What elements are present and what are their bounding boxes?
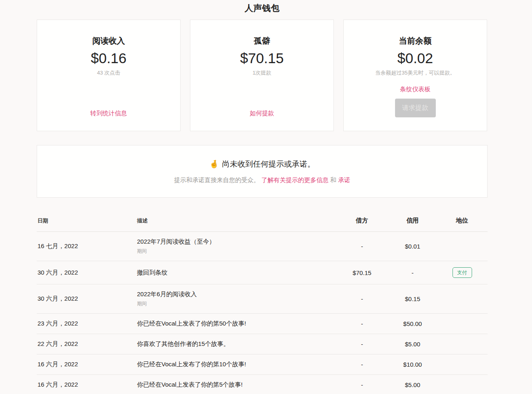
transaction-credit: $50.00 [389,320,437,327]
header-status: 地位 [437,217,488,225]
tips-banner: 🤞尚未收到任何提示或承诺。 提示和承诺直接来自您的受众。 了解有关提示的更多信息… [37,145,488,198]
transaction-description-text: 2022年6月的阅读收入 [137,291,336,298]
transaction-description: 你已经在Vocal上发布了你的第10个故事! [137,361,336,368]
conjunction-text: 和 [330,176,336,183]
table-row: 30 六月，2022 2022年6月的阅读收入 期间 - $0.15 [37,284,488,314]
card-subtitle: 当余额超过35美元时，可以提款。 [375,69,455,77]
banner-heading-text: 尚未收到任何提示或承诺。 [222,160,315,168]
transaction-description: 你已经在Vocal上发表了你的第50个故事! [137,320,336,328]
transaction-debit: - [336,243,389,250]
reading-earnings-card: 阅读收入 $0.16 43 次点击 转到统计信息 [37,20,181,131]
transaction-credit: $0.15 [389,295,437,302]
table-row: 16 七月，2022 2022年7月阅读收益（至今） 期间 - $0.01 [37,232,488,261]
transaction-description-text: 2022年7月阅读收益（至今） [137,238,336,246]
withdrawn-card: 孤僻 $70.15 1次提款 如何提款 [190,20,334,131]
how-to-withdraw-link[interactable]: 如何提款 [250,110,274,117]
header-description: 描述 [137,217,336,225]
transaction-credit: $0.01 [389,243,437,250]
transaction-date: 16 六月，2022 [37,361,137,368]
banner-subtext: 提示和承诺直接来自您的受众。 了解有关提示的更多信息 和 承诺 [174,176,351,184]
header-date: 日期 [37,217,137,225]
learn-about-tips-link[interactable]: 了解有关提示的更多信息 [261,176,329,183]
table-row: 22 六月，2022 你喜欢了其他创作者的15个故事。 - $5.00 [37,334,488,354]
header-debit: 借方 [336,217,389,225]
card-subtitle: 43 次点击 [97,69,120,77]
transaction-description-text: 你喜欢了其他创作者的15个故事。 [137,340,336,348]
transaction-date: 30 六月，2022 [37,295,137,303]
page-title: 人声钱包 [37,0,488,14]
transaction-debit: $70.15 [336,269,389,276]
transaction-debit: - [336,361,389,368]
crossed-fingers-emoji: 🤞 [209,160,219,168]
transaction-status: 支付 [437,267,488,278]
card-title: 孤僻 [254,35,270,46]
transaction-credit: $5.00 [389,341,437,348]
card-amount: $0.02 [397,50,433,66]
table-header-row: 日期 描述 借方 信用 地位 [37,208,488,232]
card-title: 当前余额 [399,35,432,46]
transaction-date: 23 六月，2022 [37,320,137,328]
transaction-date: 22 六月，2022 [37,340,137,348]
request-withdrawal-button[interactable]: 请求提款 [395,99,436,117]
transaction-description-text: 撤回到条纹 [137,269,336,277]
transaction-credit: $10.00 [389,361,437,368]
pledges-link[interactable]: 承诺 [338,176,350,183]
transaction-debit: - [336,341,389,348]
table-body: 16 七月，2022 2022年7月阅读收益（至今） 期间 - $0.01 30… [37,232,488,394]
table-row: 16 六月，2022 你已经在Vocal上发布了你的第10个故事! - $10.… [37,354,488,375]
transaction-date: 30 六月，2022 [37,269,137,277]
transaction-date: 16 六月，2022 [37,381,137,389]
table-row: 16 六月，2022 你已经在Vocal上发表了你的第5个故事! - $5.00 [37,375,488,394]
banner-heading: 🤞尚未收到任何提示或承诺。 [209,159,315,169]
header-credit: 信用 [389,217,437,225]
card-subtitle: 1次提款 [252,69,271,77]
transaction-debit: - [336,295,389,302]
stripe-dashboard-link[interactable]: 条纹仪表板 [400,86,430,93]
transaction-date: 16 七月，2022 [37,242,137,250]
transaction-debit: - [336,381,389,388]
transaction-description: 你已经在Vocal上发表了你的第5个故事! [137,381,336,389]
transactions-table: 日期 描述 借方 信用 地位 16 七月，2022 2022年7月阅读收益（至今… [37,208,488,394]
transaction-credit: $5.00 [389,381,437,388]
wallet-page: 人声钱包 阅读收入 $0.16 43 次点击 转到统计信息 孤僻 $70.15 … [37,0,488,394]
transaction-description: 撤回到条纹 [137,269,336,277]
card-title: 阅读收入 [93,35,125,46]
transaction-description: 2022年7月阅读收益（至今） 期间 [137,238,336,255]
transaction-debit: - [336,320,389,327]
current-balance-card: 当前余额 $0.02 当余额超过35美元时，可以提款。 条纹仪表板 请求提款 [343,20,487,131]
card-amount: $70.15 [240,50,284,66]
transaction-period-label: 期间 [137,300,336,307]
go-to-stats-link[interactable]: 转到统计信息 [91,110,127,117]
table-row: 23 六月，2022 你已经在Vocal上发表了你的第50个故事! - $50.… [37,314,488,334]
transaction-credit: - [389,269,437,276]
transaction-description: 你喜欢了其他创作者的15个故事。 [137,340,336,348]
transaction-period-label: 期间 [137,248,336,255]
table-row: 30 六月，2022 撤回到条纹 $70.15 - 支付 [37,261,488,284]
transaction-description: 2022年6月的阅读收入 期间 [137,291,336,307]
transaction-description-text: 你已经在Vocal上发表了你的第50个故事! [137,320,336,328]
card-amount: $0.16 [91,50,127,66]
transaction-description-text: 你已经在Vocal上发布了你的第10个故事! [137,361,336,368]
transaction-description-text: 你已经在Vocal上发表了你的第5个故事! [137,381,336,389]
paid-badge: 支付 [453,267,472,278]
summary-cards: 阅读收入 $0.16 43 次点击 转到统计信息 孤僻 $70.15 1次提款 … [37,20,488,131]
banner-description: 提示和承诺直接来自您的受众。 [174,176,260,183]
